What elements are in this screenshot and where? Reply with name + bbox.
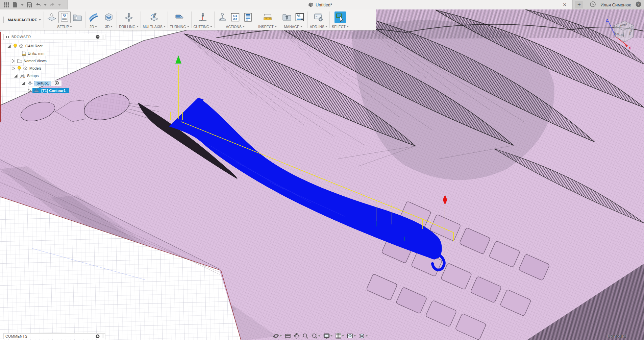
svg-text:%: % bbox=[297, 14, 300, 18]
axis-x-label: X bbox=[628, 46, 631, 50]
pan-button[interactable] bbox=[294, 333, 299, 339]
orbit-caret[interactable] bbox=[280, 335, 282, 337]
visibility-bulb-icon[interactable] bbox=[13, 44, 17, 48]
grid-snaps-caret[interactable] bbox=[342, 335, 344, 337]
redo-icon[interactable] bbox=[49, 1, 56, 8]
active-setup-radio[interactable] bbox=[54, 81, 59, 86]
setup-sheet-icon[interactable] bbox=[242, 11, 254, 23]
visibility-bulb-icon[interactable] bbox=[17, 66, 21, 71]
file-menu-caret[interactable] bbox=[21, 4, 24, 6]
workspace-switcher[interactable]: MANUFACTURE bbox=[5, 9, 44, 30]
tree-item-contour1[interactable]: [T1] Contour1 bbox=[3, 87, 105, 94]
tree-item-cam-root[interactable]: CAM Root bbox=[3, 43, 105, 49]
notifications-clock-icon[interactable] bbox=[590, 1, 596, 8]
group-label-actions[interactable]: ACTIONS bbox=[226, 25, 245, 29]
group-label-inspect[interactable]: INSPECT bbox=[258, 25, 277, 29]
group-manage: % MANAGE bbox=[279, 9, 307, 30]
expanded-twisty-icon[interactable] bbox=[7, 44, 11, 48]
comments-header[interactable]: COMMENTS bbox=[3, 333, 105, 339]
selected-operation-row[interactable]: [T1] Contour1 bbox=[32, 88, 69, 93]
group-label-2d[interactable]: 2D bbox=[90, 25, 97, 29]
tab-close-icon[interactable]: ✕ bbox=[562, 2, 568, 8]
document-tab[interactable]: Untitled* ✕ bbox=[68, 0, 573, 9]
panel-grip-icon[interactable] bbox=[102, 334, 103, 338]
user-name[interactable]: Илья Симонюк bbox=[600, 2, 631, 7]
display-settings-button[interactable] bbox=[323, 333, 332, 339]
machining-time-icon[interactable]: % bbox=[294, 11, 305, 23]
expanded-twisty-icon[interactable] bbox=[21, 81, 25, 86]
tree-item-setup1[interactable]: Setup1 bbox=[3, 80, 105, 87]
group-label-drilling[interactable]: DRILLING bbox=[119, 25, 138, 29]
look-at-button[interactable] bbox=[285, 333, 291, 339]
new-tab-button[interactable]: + bbox=[575, 1, 583, 8]
document-title: Untitled* bbox=[316, 2, 332, 7]
nc-program-icon[interactable]: G bbox=[59, 11, 70, 23]
svg-text:G1: G1 bbox=[233, 14, 237, 18]
svg-text:>-: >- bbox=[316, 16, 318, 18]
orbit-button[interactable] bbox=[273, 333, 282, 339]
tree-item-named-views[interactable]: Named Views bbox=[3, 57, 105, 64]
remove-circle-icon[interactable] bbox=[96, 35, 100, 39]
group-label-3d[interactable]: 3D bbox=[105, 25, 113, 29]
multi-axis-icon[interactable] bbox=[148, 11, 160, 23]
group-label-cutting[interactable]: CUTTING bbox=[194, 25, 213, 29]
post-process-icon[interactable]: G1G2 bbox=[229, 11, 241, 23]
measure-icon[interactable] bbox=[262, 11, 273, 23]
collapsed-twisty-icon[interactable] bbox=[11, 66, 15, 71]
addins-icon[interactable]: >- bbox=[313, 11, 324, 23]
tree-label-contour1: [T1] Contour1 bbox=[41, 89, 66, 93]
simulate-icon[interactable] bbox=[217, 11, 228, 23]
visual-effects-button[interactable] bbox=[359, 333, 368, 338]
tool-library-icon[interactable] bbox=[281, 11, 293, 23]
title-bar: Untitled* ✕ + Илья Симонюк ? bbox=[0, 0, 644, 9]
turning-icon[interactable] bbox=[174, 11, 185, 23]
save-icon[interactable] bbox=[26, 1, 33, 8]
workspace-caret bbox=[39, 19, 41, 21]
2d-milling-icon[interactable] bbox=[88, 11, 99, 23]
visual-effects-caret[interactable] bbox=[366, 335, 368, 337]
app-grid-icon[interactable] bbox=[3, 1, 10, 8]
group-label-setup[interactable]: SETUP bbox=[57, 25, 72, 29]
undo-icon[interactable] bbox=[34, 1, 42, 8]
viewports-caret[interactable] bbox=[354, 335, 356, 337]
undo-caret[interactable] bbox=[44, 4, 47, 6]
collapse-left-icon[interactable] bbox=[5, 35, 9, 39]
tree-label: Setups bbox=[27, 74, 39, 78]
group-select: SELECT bbox=[330, 9, 351, 30]
group-label-addins[interactable]: ADD-INS bbox=[310, 25, 327, 29]
zoom-button[interactable] bbox=[302, 333, 308, 339]
tree-label: Units: mm bbox=[28, 51, 45, 55]
operation-status-label: Contour1 bbox=[608, 334, 626, 339]
collapsed-twisty-icon[interactable] bbox=[27, 89, 31, 93]
collapsed-twisty-icon[interactable] bbox=[11, 59, 15, 63]
drilling-icon[interactable] bbox=[123, 11, 134, 23]
tree-item-setups[interactable]: Setups bbox=[3, 72, 105, 79]
browser-tree: CAM Root Units: mm Named Views bbox=[3, 43, 105, 94]
cutting-icon[interactable] bbox=[197, 11, 208, 23]
grid-snaps-button[interactable] bbox=[336, 333, 344, 339]
browser-header[interactable]: BROWSER bbox=[3, 34, 105, 40]
select-tool-icon[interactable] bbox=[335, 11, 346, 23]
display-settings-caret[interactable] bbox=[330, 335, 332, 337]
file-menu-icon[interactable] bbox=[11, 1, 19, 8]
tree-label: CAM Root bbox=[25, 44, 43, 48]
viewports-button[interactable] bbox=[347, 333, 356, 339]
toolbar-grip[interactable] bbox=[3, 17, 4, 23]
group-label-turning[interactable]: TURNING bbox=[170, 25, 189, 29]
group-label-select[interactable]: SELECT bbox=[332, 25, 349, 29]
help-icon[interactable]: ? bbox=[636, 1, 641, 8]
3d-milling-icon[interactable] bbox=[103, 11, 115, 23]
group-label-manage[interactable]: MANAGE bbox=[284, 25, 303, 29]
tree-item-units[interactable]: Units: mm bbox=[3, 50, 105, 57]
zoom-window-button[interactable] bbox=[312, 333, 320, 339]
expanded-twisty-icon[interactable] bbox=[14, 74, 18, 78]
new-setup-icon[interactable] bbox=[46, 11, 57, 23]
group-label-multiaxis[interactable]: MULTI-AXIS bbox=[143, 25, 166, 29]
panel-grip-icon[interactable] bbox=[102, 35, 103, 39]
zoom-window-caret[interactable] bbox=[318, 335, 320, 337]
add-comment-icon[interactable] bbox=[96, 334, 100, 338]
new-folder-icon[interactable] bbox=[72, 11, 83, 23]
tree-item-models[interactable]: Models bbox=[3, 65, 105, 72]
group-multiaxis: MULTI-AXIS bbox=[141, 9, 168, 30]
redo-caret[interactable] bbox=[58, 4, 61, 6]
